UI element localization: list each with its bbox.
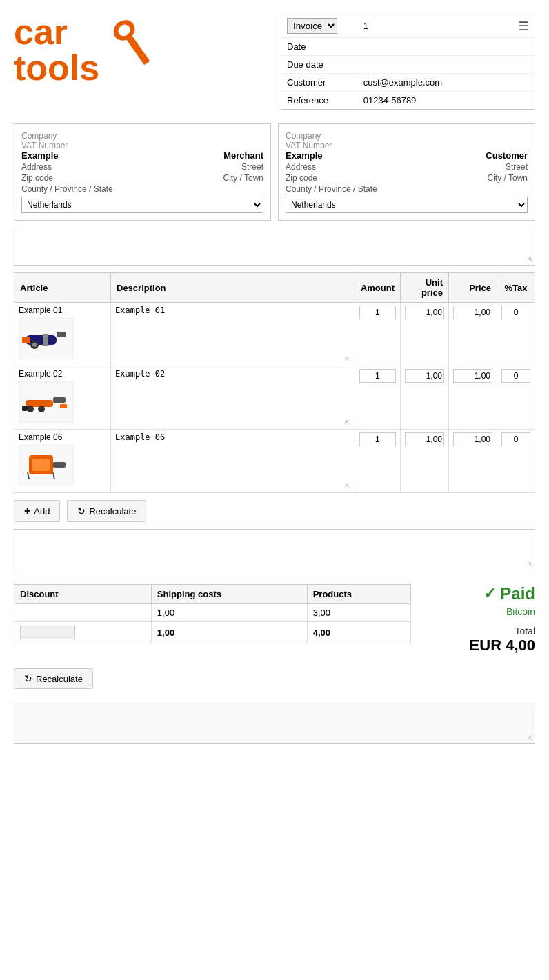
merchant-city-label: City / Town	[59, 173, 263, 183]
logo-text2: tools	[14, 50, 99, 86]
footer-notes-area: ⇱	[14, 703, 535, 744]
products-cell-2: 4,00	[307, 622, 410, 643]
merchant-name: Example	[21, 150, 58, 161]
amount-input-1[interactable]	[359, 306, 396, 319]
tax-cell-3	[497, 430, 535, 493]
invoice-number-input[interactable]	[363, 21, 514, 31]
merchant-address-box: Company VAT Number Example Merchant Addr…	[14, 123, 271, 221]
middle-notes-textarea[interactable]	[14, 530, 535, 568]
customer-address-label: Address	[286, 162, 316, 172]
customer-input[interactable]	[363, 77, 529, 88]
tax-input-1[interactable]	[501, 306, 530, 319]
unit-price-input-3[interactable]	[405, 432, 444, 446]
svg-line-20	[53, 472, 54, 479]
amount-input-2[interactable]	[359, 369, 396, 383]
desc-resize-1: ⇱	[115, 356, 350, 363]
price-input-3[interactable]	[453, 432, 492, 446]
date-input[interactable]	[363, 41, 529, 52]
recalculate-bottom-button[interactable]: ↻ Recalculate	[14, 668, 93, 689]
amount-input-3[interactable]	[359, 432, 396, 446]
merchant-vat-label: VAT Number	[21, 141, 263, 150]
recalculate-button[interactable]: ↻ Recalculate	[67, 500, 146, 522]
tax-input-3[interactable]	[501, 432, 530, 446]
resize-handle-icon3: ⇱	[528, 734, 533, 742]
col-unit-price: Unit price	[401, 273, 449, 303]
customer-county-label: County / Province / State	[286, 184, 528, 194]
svg-rect-17	[32, 459, 50, 471]
article-cell-1: Example 01	[14, 303, 111, 366]
customer-name: Example	[286, 150, 322, 161]
merchant-country-select[interactable]: Netherlands Belgium Germany	[21, 197, 263, 213]
article-cell-2: Example 02	[14, 366, 111, 430]
unit-price-cell-2	[401, 366, 449, 430]
tax-input-2[interactable]	[501, 369, 530, 383]
discount-input[interactable]	[20, 626, 75, 639]
list-icon[interactable]: ☰	[518, 19, 529, 34]
customer-vat-label: VAT Number	[286, 141, 528, 150]
plus-icon: +	[24, 505, 30, 517]
customer-zip-label: Zip code	[286, 173, 317, 183]
merchant-company-label: Company	[21, 131, 263, 141]
paid-text: Paid	[500, 584, 535, 603]
table-row: Example 02 ⇱	[14, 366, 535, 430]
due-date-input[interactable]	[363, 59, 529, 70]
desc-textarea-3[interactable]	[115, 432, 350, 481]
price-input-1[interactable]	[453, 306, 492, 319]
svg-rect-9	[43, 334, 48, 346]
price-cell-1	[449, 303, 497, 366]
col-tax: %Tax	[497, 273, 535, 303]
col-discount: Discount	[14, 585, 152, 604]
merchant-type: Merchant	[63, 150, 263, 161]
price-cell-3	[449, 430, 497, 493]
paid-label: ✓ Paid	[425, 584, 535, 603]
desc-textarea-2[interactable]	[115, 369, 350, 417]
customer-street: Street	[321, 162, 528, 172]
unit-price-input-2[interactable]	[405, 369, 444, 383]
totals-section: Discount Shipping costs Products 1,00 3,…	[14, 584, 535, 654]
footer-notes-textarea[interactable]	[14, 703, 535, 741]
table-row: Example 01 ⇱	[14, 303, 535, 366]
date-row: Date	[281, 38, 535, 56]
customer-address-box: Company VAT Number Example Customer Addr…	[278, 123, 535, 221]
customer-country-select[interactable]: Netherlands Belgium Germany	[286, 197, 528, 213]
article-cell-3: Example 06	[14, 430, 111, 493]
reference-input[interactable]	[363, 95, 529, 106]
due-date-row: Due date	[281, 56, 535, 74]
unit-price-cell-3	[401, 430, 449, 493]
svg-point-13	[38, 406, 45, 412]
tax-cell-2	[497, 366, 535, 430]
add-label: Add	[34, 506, 50, 517]
merchant-address-label: Address	[21, 162, 52, 172]
svg-line-19	[28, 472, 29, 479]
table-row: Example 06 ⇱	[14, 430, 535, 493]
resize-handle-icon2: ⇱	[528, 561, 533, 568]
totals-table: Discount Shipping costs Products 1,00 3,…	[14, 584, 411, 643]
col-article: Article	[14, 273, 111, 303]
products-cell-1: 3,00	[307, 604, 410, 622]
top-notes-textarea[interactable]	[14, 228, 535, 263]
logo-text: car	[14, 14, 99, 50]
unit-price-input-1[interactable]	[405, 306, 444, 319]
bitcoin-label: Bitcoin	[425, 606, 535, 617]
col-price: Price	[449, 273, 497, 303]
refresh-icon: ↻	[77, 506, 86, 517]
merchant-zip-label: Zip code	[21, 173, 53, 183]
desc-cell-2: ⇱	[111, 366, 355, 430]
price-input-2[interactable]	[453, 369, 492, 383]
totals-row-2: 1,00 4,00	[14, 622, 411, 643]
reference-row: Reference	[281, 92, 535, 110]
desc-cell-3: ⇱	[111, 430, 355, 493]
refresh-icon2: ↻	[24, 673, 32, 684]
add-button[interactable]: + Add	[14, 500, 60, 522]
amount-cell-2	[355, 366, 400, 430]
desc-textarea-1[interactable]	[115, 306, 350, 354]
amount-cell-3	[355, 430, 400, 493]
date-label: Date	[281, 38, 358, 56]
invoice-type-select[interactable]: Invoice Quote Credit	[287, 18, 337, 34]
shipping-cell-2: 1,00	[151, 622, 307, 643]
reference-label: Reference	[281, 92, 358, 110]
merchant-street: Street	[57, 162, 263, 172]
shipping-cell-1: 1,00	[151, 604, 307, 622]
article-name-1: Example 01	[19, 306, 106, 315]
customer-company-label: Company	[286, 131, 528, 141]
